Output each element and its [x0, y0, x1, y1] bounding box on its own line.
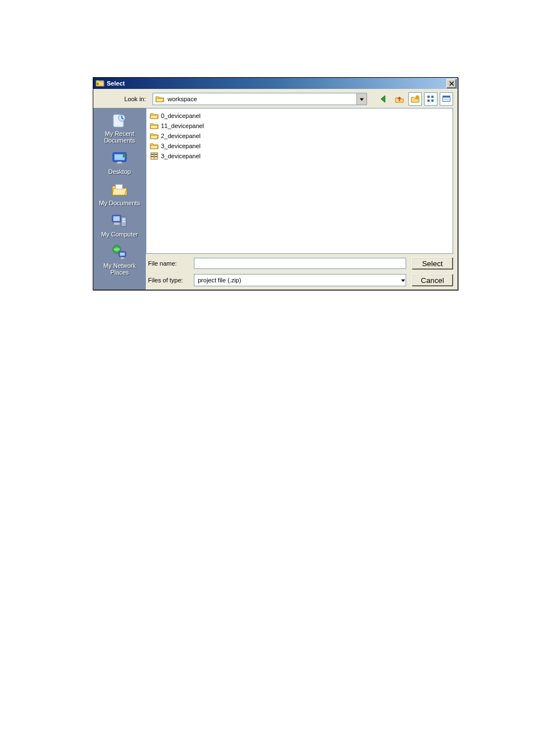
- select-button[interactable]: Select: [412, 257, 453, 270]
- svg-rect-15: [117, 162, 122, 163]
- filetype-dropdown-button[interactable]: [401, 278, 406, 283]
- places-label: My Network Places: [93, 262, 146, 276]
- places-bar: My Recent Documents Desktop: [93, 108, 146, 290]
- svg-rect-21: [122, 219, 125, 220]
- svg-rect-22: [122, 221, 125, 222]
- filetype-row: Files of type: project file (.zip) Cance…: [146, 274, 453, 286]
- desktop-icon: [111, 149, 129, 167]
- svg-point-1: [97, 83, 99, 85]
- filetype-value: project file (.zip): [194, 277, 401, 284]
- file-name: 11_devicepanel: [161, 122, 204, 129]
- filename-label: File name:: [146, 260, 188, 267]
- view-menu-icon[interactable]: [424, 92, 437, 106]
- filetype-combo[interactable]: project file (.zip): [194, 274, 406, 286]
- svg-rect-3: [427, 96, 430, 98]
- toolbar: [377, 92, 453, 106]
- svg-rect-31: [154, 153, 155, 159]
- svg-rect-16: [116, 163, 123, 164]
- network-places-icon: [111, 243, 129, 261]
- filename-row: File name: Select: [146, 257, 453, 270]
- cancel-button[interactable]: Cancel: [412, 274, 453, 286]
- file-open-dialog: Select Look in: workspace: [93, 77, 458, 290]
- list-item[interactable]: 2_devicepanel: [150, 131, 449, 141]
- close-button[interactable]: [446, 79, 456, 88]
- new-folder-icon[interactable]: [408, 92, 422, 106]
- svg-rect-17: [116, 185, 122, 189]
- svg-rect-5: [427, 100, 430, 102]
- places-mydocs[interactable]: My Documents: [93, 177, 146, 209]
- folder-icon: [150, 111, 159, 120]
- window-title: Select: [107, 80, 446, 87]
- right-column: 0_devicepanel 11_devicepanel 2_devicepan…: [146, 108, 458, 290]
- svg-rect-4: [431, 96, 434, 98]
- svg-rect-27: [121, 257, 124, 259]
- list-item[interactable]: 3_devicepanel: [150, 141, 449, 151]
- filetype-label: Files of type:: [146, 277, 188, 284]
- svg-rect-8: [443, 96, 450, 98]
- svg-rect-19: [113, 216, 120, 221]
- lookin-value: workspace: [166, 96, 356, 102]
- places-mycomputer[interactable]: My Computer: [93, 209, 146, 240]
- file-name: 3_devicepanel: [161, 143, 201, 149]
- filename-input[interactable]: [194, 258, 406, 269]
- folder-icon: [150, 141, 159, 150]
- lookin-row: Look in: workspace: [93, 89, 458, 108]
- lookin-dropdown-button[interactable]: [356, 93, 367, 105]
- lookin-combo[interactable]: workspace: [153, 93, 367, 105]
- up-one-level-icon[interactable]: [393, 92, 406, 106]
- bottom-controls: File name: Select Files of type: project…: [146, 257, 458, 290]
- dialog-body: My Recent Documents Desktop: [93, 108, 458, 290]
- places-recent[interactable]: My Recent Documents: [93, 108, 146, 146]
- app-icon: [96, 79, 104, 88]
- recent-docs-icon: [111, 111, 129, 129]
- svg-rect-23: [114, 223, 120, 225]
- file-list-pane[interactable]: 0_devicepanel 11_devicepanel 2_devicepan…: [146, 108, 453, 254]
- folder-icon: [150, 121, 159, 130]
- titlebar: Select: [93, 78, 458, 89]
- folder-icon: [150, 131, 159, 140]
- lookin-label: Look in:: [93, 96, 149, 102]
- my-computer-icon: [111, 212, 129, 230]
- places-network[interactable]: My Network Places: [93, 240, 146, 278]
- places-label: My Recent Documents: [93, 130, 146, 144]
- file-name: 3_devicepanel: [161, 153, 201, 159]
- folder-open-icon: [155, 94, 164, 103]
- svg-rect-26: [120, 253, 125, 256]
- list-item[interactable]: 11_devicepanel: [150, 121, 449, 131]
- list-item[interactable]: 0_devicepanel: [150, 111, 449, 121]
- places-desktop[interactable]: Desktop: [93, 146, 146, 177]
- svg-rect-6: [431, 100, 434, 102]
- zip-file-icon: [150, 152, 159, 160]
- places-label: Desktop: [108, 168, 131, 175]
- file-name: 0_devicepanel: [161, 112, 201, 119]
- places-label: My Documents: [99, 200, 140, 206]
- list-item[interactable]: 3_devicepanel: [150, 151, 449, 161]
- back-icon[interactable]: [377, 92, 391, 106]
- places-label: My Computer: [101, 231, 138, 238]
- file-name: 2_devicepanel: [161, 133, 201, 139]
- preview-icon[interactable]: [440, 92, 453, 106]
- my-documents-icon: [111, 181, 129, 199]
